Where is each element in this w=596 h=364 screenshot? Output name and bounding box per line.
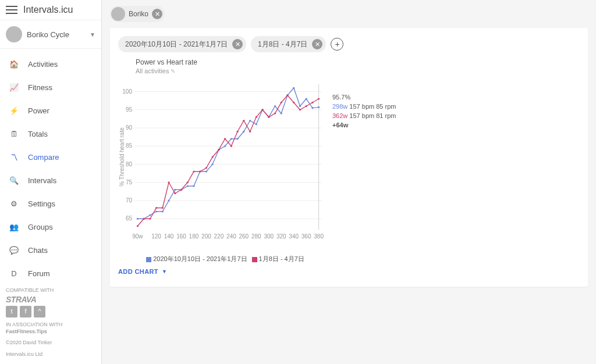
svg-text:180: 180 [189, 233, 199, 240]
svg-text:80: 80 [126, 161, 133, 167]
facebook-icon[interactable]: f [20, 306, 31, 317]
svg-point-87 [286, 94, 288, 96]
svg-text:90w: 90w [132, 233, 143, 240]
nav-item-totals[interactable]: 🗓Totals [0, 122, 101, 145]
nav-item-intervals[interactable]: 🔍Intervals [0, 169, 101, 192]
svg-point-77 [224, 138, 226, 140]
svg-text:280: 280 [251, 233, 261, 240]
svg-point-50 [243, 131, 244, 133]
close-icon[interactable]: ✕ [232, 39, 243, 49]
chart-svg[interactable]: 6570758085909510090w12014016018020022024… [118, 58, 328, 250]
company-label: Intervals.icu Ltd [6, 351, 95, 358]
fitness-icon: 📈 [8, 81, 20, 93]
svg-text:260: 260 [239, 233, 249, 240]
svg-point-66 [155, 207, 157, 209]
svg-text:360: 360 [301, 233, 311, 240]
nav-item-power[interactable]: ⚡Power [0, 99, 101, 122]
add-chart-button[interactable]: ADD CHART▼ [118, 268, 167, 275]
avatar [111, 7, 125, 21]
svg-point-80 [243, 120, 244, 122]
fastfitness-label: FastFitness.Tips [6, 328, 95, 336]
hover-series-2: 362w 157 bpm 81 rpm [332, 112, 396, 121]
chart-panel: 2020年10月10日 - 2021年1月7日✕1月8日 - 4月7日✕+ Po… [110, 28, 588, 287]
svg-point-36 [155, 210, 157, 212]
hover-tooltip: 95.7% 298w 157 bpm 85 rpm 362w 157 bpm 8… [332, 93, 396, 130]
svg-point-56 [281, 112, 282, 114]
svg-point-48 [230, 138, 232, 140]
nav-item-settings[interactable]: ⚙Settings [0, 192, 101, 215]
svg-text:85: 85 [126, 142, 133, 149]
svg-point-33 [137, 218, 139, 220]
svg-point-90 [306, 105, 307, 107]
user-tab-chip[interactable]: Boriko ✕ [110, 6, 165, 22]
svg-text:160: 160 [176, 233, 186, 240]
svg-point-92 [318, 98, 320, 99]
intervals-icon: 🔍 [8, 174, 20, 186]
svg-text:70: 70 [126, 197, 133, 204]
nav-item-fitness[interactable]: 📈Fitness [0, 76, 101, 99]
svg-point-82 [256, 116, 257, 118]
sidebar-header: Intervals.icu [0, 0, 101, 20]
strava-icon[interactable]: ^ [34, 306, 45, 317]
svg-text:300: 300 [264, 233, 274, 240]
hover-series-1: 298w 157 bpm 85 rpm [332, 102, 396, 112]
svg-text:65: 65 [126, 215, 133, 222]
svg-point-45 [212, 163, 214, 165]
svg-text:90: 90 [126, 124, 133, 131]
svg-point-83 [261, 109, 263, 110]
svg-point-63 [137, 225, 139, 227]
date-range-chip[interactable]: 2020年10月10日 - 2021年1月7日✕ [118, 36, 246, 52]
svg-point-41 [187, 185, 189, 187]
user-name: Boriko Cycle [27, 30, 90, 39]
svg-point-60 [306, 98, 307, 99]
svg-text:% Threshold heart rate: % Threshold heart rate [119, 127, 125, 187]
svg-point-88 [293, 102, 295, 104]
svg-text:140: 140 [164, 233, 174, 240]
svg-point-89 [299, 109, 301, 110]
svg-point-70 [180, 189, 182, 191]
svg-point-65 [149, 218, 151, 220]
date-range-chip[interactable]: 1月8日 - 4月7日✕ [251, 36, 326, 52]
chevron-down-icon: ▼ [90, 31, 95, 38]
svg-point-39 [174, 189, 176, 191]
settings-icon: ⚙ [8, 198, 20, 209]
chart-wrap: Power vs Heart rate All activities✎ 6570… [118, 58, 580, 263]
nav-item-compare[interactable]: 〽Compare [0, 145, 101, 169]
svg-point-78 [230, 145, 232, 147]
groups-icon: 👥 [8, 221, 20, 233]
chart-legend: 2020年10月10日 - 2021年1月7日1月8日 - 4月7日 [118, 255, 328, 263]
svg-point-58 [293, 87, 295, 89]
svg-point-91 [311, 102, 313, 104]
nav-item-activities[interactable]: 🏠Activities [0, 52, 101, 76]
hover-percent: 95.7% [332, 93, 396, 102]
totals-icon: 🗓 [8, 128, 20, 140]
svg-text:240: 240 [226, 233, 236, 240]
hamburger-icon[interactable] [6, 6, 17, 14]
add-date-range-button[interactable]: + [331, 38, 343, 51]
svg-point-69 [174, 192, 176, 194]
compare-icon: 〽 [8, 151, 20, 163]
nav-item-chats[interactable]: 💬Chats [0, 238, 101, 262]
svg-point-76 [218, 149, 219, 151]
social-icons: t f ^ [6, 306, 95, 317]
pencil-icon[interactable]: ✎ [171, 68, 175, 74]
svg-point-61 [311, 107, 313, 109]
nav-item-groups[interactable]: 👥Groups [0, 215, 101, 238]
twitter-icon[interactable]: t [6, 306, 17, 317]
svg-point-86 [281, 102, 282, 104]
user-selector[interactable]: Boriko Cycle ▼ [0, 20, 101, 49]
svg-point-47 [224, 145, 226, 147]
chevron-down-icon: ▼ [162, 269, 167, 274]
svg-point-44 [205, 170, 207, 172]
nav-item-forum[interactable]: DForum [0, 262, 101, 281]
svg-text:100: 100 [122, 88, 132, 95]
close-icon[interactable]: ✕ [152, 9, 162, 19]
chart-title: Power vs Heart rate [136, 58, 197, 66]
svg-point-38 [168, 199, 169, 201]
chart: Power vs Heart rate All activities✎ 6570… [118, 58, 328, 263]
svg-point-73 [199, 170, 201, 172]
close-icon[interactable]: ✕ [312, 39, 322, 49]
svg-point-71 [187, 181, 189, 183]
tab-row: Boriko ✕ [110, 6, 588, 22]
svg-point-68 [168, 181, 169, 183]
